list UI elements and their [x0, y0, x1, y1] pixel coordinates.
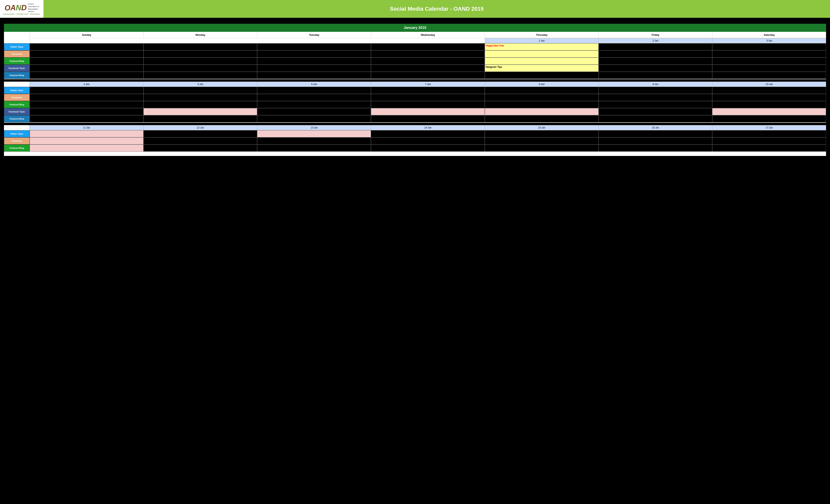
- logo-area: O A N D OntarioAssociation ofNaturopathi…: [0, 0, 43, 18]
- w2-kw-wed: [371, 94, 485, 101]
- day-header-tuesday: Tuesday: [257, 32, 371, 38]
- week-3-dates: 11-Jan 12-Jan 13-Jan 14-Jan 15-Jan 16-Ja…: [4, 125, 826, 130]
- w1-fb-thu: [485, 58, 599, 65]
- w3-fb-mon: [143, 145, 257, 152]
- day-header-saturday: Saturday: [712, 32, 826, 38]
- logo-letter-o: O: [4, 4, 10, 12]
- w1-kw-sun: [30, 51, 143, 58]
- date-cell-w2-tue: 6-Jan: [257, 82, 371, 87]
- w2-kw-thu: [485, 94, 599, 101]
- w1-kw-mon: [143, 51, 257, 58]
- date-cell-w3-wed: 14-Jan: [371, 125, 485, 130]
- date-cell-w1-thu: 1-Jan: [485, 38, 599, 43]
- w3-tw-thu: [485, 130, 599, 137]
- w1-kw-tue: [257, 51, 371, 58]
- w2-kw-sat: [712, 94, 826, 101]
- w1-fbb-sat: [712, 72, 826, 79]
- week-2-twitter-row: Twitter Topic: [4, 87, 826, 94]
- w1-fbb-tue: [257, 72, 371, 79]
- day-header-wednesday: Wednesday: [371, 32, 485, 38]
- calendar: January 2015 Sunday Monday Tuesday Wedne…: [4, 24, 826, 156]
- date-cell-w3-tue: 13-Jan: [257, 125, 371, 130]
- label-featured-w3: Featured Blog: [4, 145, 30, 152]
- w1-fb-tue: [257, 58, 371, 65]
- w1-twitter-thu: Happy New Year: [485, 43, 599, 51]
- w2-fbb-fri: [599, 115, 712, 122]
- header-title-area: Social Media Calendar - OAND 2015: [43, 0, 830, 18]
- w2-kw-tue: [257, 94, 371, 101]
- week-3-twitter-row: Twitter Topic: [4, 130, 826, 137]
- label-featured-blue-w2: Featured Blog: [4, 115, 30, 122]
- logo-letter-d: D: [21, 4, 27, 12]
- w2-fbb-sat: [712, 115, 826, 122]
- label-facebook-w2: Facebook Topic: [4, 108, 30, 115]
- week-1-featured-blue-row: Featured Blog: [4, 72, 826, 79]
- w3-fb-fri: [599, 145, 712, 152]
- w1-fbt-sun: [30, 65, 143, 72]
- w2-tw-wed: [371, 87, 485, 94]
- w1-fbt-mon: [143, 65, 257, 72]
- date-cell-w2-sun: 4-Jan: [30, 82, 143, 87]
- w1-fbb-sun: [30, 72, 143, 79]
- w2-fb-wed: [371, 101, 485, 108]
- w1-fbb-wed: [371, 72, 485, 79]
- w1-fbt-thu: Hangover Tips: [485, 65, 599, 72]
- w3-fb-sun: [30, 145, 143, 152]
- date-cell-w3-thu: 15-Jan: [485, 125, 599, 130]
- w3-tw-sat: [712, 130, 826, 137]
- label-keywords-w1: Keywords: [4, 51, 30, 58]
- w3-tw-tue: [257, 130, 371, 137]
- date-cell-w1-wed: [371, 38, 485, 43]
- w2-tw-mon: [143, 87, 257, 94]
- date-cell-w2-fri: 9-Jan: [599, 82, 712, 87]
- date-cell-w2-wed: 7-Jan: [371, 82, 485, 87]
- week-1-twitter-row: Twitter Topic Happy New Year: [4, 43, 826, 51]
- separator-2: [4, 123, 826, 125]
- w2-kw-fri: [599, 94, 712, 101]
- label-keywords-w2: Keywords: [4, 94, 30, 101]
- w3-kw-thu: [485, 137, 599, 145]
- w1-fbb-thu: [485, 72, 599, 79]
- week-1-facebook-row: Facebook Topic Hangover Tips: [4, 65, 826, 72]
- w1-twitter-fri: [599, 43, 712, 51]
- w1-kw-fri: [599, 51, 712, 58]
- w2-fb-sun: [30, 101, 143, 108]
- w1-twitter-sat: [712, 43, 826, 51]
- week-2-facebook-row: Facebook Topic: [4, 108, 826, 115]
- w1-fbb-mon: [143, 72, 257, 79]
- w3-tw-mon: [143, 130, 257, 137]
- w3-fb-tue: [257, 145, 371, 152]
- day-header-monday: Monday: [143, 32, 257, 38]
- label-twitter-w1: Twitter Topic: [4, 43, 30, 51]
- w2-fbt-sun: [30, 108, 143, 115]
- w2-tw-tue: [257, 87, 371, 94]
- w3-tw-sun: [30, 130, 143, 137]
- date-row-empty-w2: [4, 82, 30, 87]
- w1-fb-sun: [30, 58, 143, 65]
- w1-fb-mon: [143, 58, 257, 65]
- w1-kw-thu: [485, 51, 599, 58]
- w3-kw-sat: [712, 137, 826, 145]
- w1-kw-wed: [371, 51, 485, 58]
- w2-tw-fri: [599, 87, 712, 94]
- week-3: 11-Jan 12-Jan 13-Jan 14-Jan 15-Jan 16-Ja…: [4, 125, 826, 152]
- w2-fbb-thu: [485, 115, 599, 122]
- label-twitter-w3: Twitter Topic: [4, 130, 30, 137]
- happy-new-year-text: Happy New Year: [486, 44, 504, 47]
- w1-fbb-fri: [599, 72, 712, 79]
- week-1-dates: 1-Jan 2-Jan 3-Jan: [4, 38, 826, 43]
- w2-fbb-wed: [371, 115, 485, 122]
- w2-fb-fri: [599, 101, 712, 108]
- w1-fbt-wed: [371, 65, 485, 72]
- label-featured-w1: Featured Blog: [4, 58, 30, 65]
- w2-fb-tue: [257, 101, 371, 108]
- logo-letter-a: A: [10, 4, 16, 12]
- w3-fb-thu: [485, 145, 599, 152]
- logo-tagline: ADVANCING • PROMOTING • INSPIRING: [3, 13, 40, 15]
- week-1-content: Twitter Topic Happy New Year Keywords: [4, 43, 826, 79]
- w1-twitter-mon: [143, 43, 257, 51]
- separator-1: [4, 79, 826, 82]
- w3-tw-fri: [599, 130, 712, 137]
- date-cell-w1-sun: [30, 38, 143, 43]
- w1-twitter-wed: [371, 43, 485, 51]
